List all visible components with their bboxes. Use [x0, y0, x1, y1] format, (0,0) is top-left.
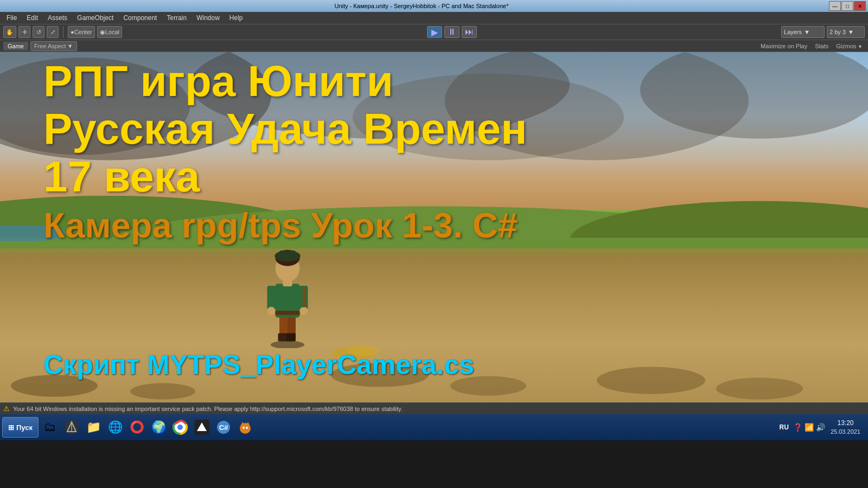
menu-edit[interactable]: Edit — [22, 13, 42, 23]
svg-text:C#: C# — [219, 423, 228, 432]
minimize-button[interactable]: — — [829, 1, 841, 11]
svg-point-27 — [267, 307, 276, 315]
svg-rect-25 — [267, 286, 276, 310]
pause-button[interactable]: ⏸ — [444, 26, 459, 38]
free-aspect-dropdown[interactable]: Free Aspect ▼ — [30, 41, 77, 51]
taskbar-icon-unity-logo[interactable] — [61, 417, 82, 438]
svg-rect-34 — [279, 251, 296, 259]
menu-file[interactable]: File — [2, 13, 21, 23]
taskbar-icon-app1[interactable]: C# — [213, 417, 234, 438]
window-controls[interactable]: — □ ✕ — [829, 1, 866, 11]
svg-point-11 — [130, 383, 195, 400]
volume-icon[interactable]: 🔊 — [816, 423, 825, 432]
help-icon[interactable]: ❓ — [793, 423, 802, 432]
layout-dropdown[interactable]: 2 by 3 ▼ — [827, 26, 865, 38]
taskbar-icon-cat[interactable] — [235, 417, 256, 438]
scale-tool-button[interactable]: ⤢ — [47, 26, 59, 38]
hand-tool-button[interactable]: ✋ — [3, 26, 16, 38]
space-button[interactable]: ◉ Local — [97, 26, 122, 38]
system-clock: 13:20 25.03.2021 — [827, 418, 864, 436]
taskbar: ⊞ Пуск 🗂 📁 🌐 ⭕ 🌍 — [0, 414, 868, 440]
free-aspect-label: Free Aspect — [34, 43, 66, 49]
start-icon: ⊞ — [8, 423, 14, 432]
taskbar-icon-chrome[interactable] — [170, 417, 190, 438]
menu-component[interactable]: Component — [119, 13, 161, 23]
svg-point-48 — [246, 427, 248, 429]
game-viewport: РПГ игра Юнити Русская Удача Времен 17 в… — [0, 52, 868, 402]
taskbar-icon-network[interactable]: 🌍 — [148, 417, 169, 438]
start-button[interactable]: ⊞ Пуск — [2, 417, 39, 438]
window-title: Unity - Камера.unity - SergeyHobbitok - … — [14, 3, 829, 9]
taskbar-icon-opera[interactable]: ⭕ — [126, 417, 147, 438]
layout-label: 2 by 3 — [829, 29, 846, 35]
svg-point-14 — [597, 367, 705, 394]
warning-message: Your 64 bit Windows installation is miss… — [13, 406, 403, 412]
title-bar: Unity - Камера.unity - SergeyHobbitok - … — [0, 0, 868, 12]
svg-point-18 — [271, 341, 305, 348]
svg-point-28 — [300, 307, 308, 315]
menu-bar: File Edit Assets GameObject Component Te… — [0, 12, 868, 24]
warning-bar: ⚠ Your 64 bit Windows installation is mi… — [0, 402, 868, 414]
taskbar-right-area: RU ❓ 📶 🔊 13:20 25.03.2021 — [775, 418, 866, 436]
pivot-icon: ● — [71, 29, 74, 35]
menu-window[interactable]: Window — [192, 13, 224, 23]
move-tool-button[interactable]: ✛ — [18, 26, 30, 38]
menu-help[interactable]: Help — [225, 13, 247, 23]
pivot-label: Center — [74, 29, 92, 35]
taskbar-icon-folder[interactable]: 📁 — [83, 417, 104, 438]
maximize-button[interactable]: □ — [841, 1, 853, 11]
taskbar-icon-browser-yellow[interactable]: 🌐 — [105, 417, 125, 438]
panel-right-buttons: Maximize on Play Stats Gizmos — [758, 42, 865, 50]
game-title-overlay: РПГ игра Юнити Русская Удача Времен 17 в… — [43, 57, 527, 245]
svg-rect-21 — [278, 333, 288, 342]
layers-dropdown[interactable]: Layers ▼ — [781, 26, 825, 38]
clock-time: 13:20 — [831, 419, 860, 428]
space-icon: ◉ — [100, 29, 105, 36]
layout-chevron-icon: ▼ — [848, 29, 854, 35]
pivot-button[interactable]: ● Center — [68, 26, 95, 38]
maximize-on-play-button[interactable]: Maximize on Play — [758, 42, 809, 50]
step-button[interactable]: ⏭ — [462, 26, 477, 38]
network-icon[interactable]: 📶 — [805, 423, 814, 432]
space-label: Local — [105, 29, 119, 35]
title-line-3: 17 века — [43, 153, 527, 201]
layers-label: Layers — [784, 29, 802, 35]
svg-rect-24 — [276, 311, 300, 315]
warning-icon: ⚠ — [3, 404, 10, 413]
aspect-chevron-icon: ▼ — [67, 43, 73, 49]
taskbar-icon-explorer[interactable]: 🗂 — [40, 417, 60, 438]
close-button[interactable]: ✕ — [854, 1, 866, 11]
game-subtitle: Камера rpg/tps Урок 1-3. C# — [43, 206, 527, 245]
gizmos-button[interactable]: Gizmos — [834, 42, 865, 50]
clock-date: 25.03.2021 — [831, 428, 860, 435]
menu-assets[interactable]: Assets — [43, 13, 72, 23]
taskbar-icon-unity2[interactable] — [192, 417, 212, 438]
svg-point-39 — [177, 425, 183, 430]
language-indicator[interactable]: RU — [777, 422, 791, 432]
start-label: Пуск — [16, 423, 33, 432]
title-line-1: РПГ игра Юнити — [43, 57, 527, 105]
toolbar: ✋ ✛ ↺ ⤢ ● Center ◉ Local ▶ ⏸ ⏭ Layers ▼ … — [0, 24, 868, 40]
menu-gameobject[interactable]: GameObject — [73, 13, 118, 23]
game-tab[interactable]: Game — [3, 42, 28, 50]
play-button[interactable]: ▶ — [427, 26, 442, 38]
menu-terrain[interactable]: Terrain — [162, 13, 191, 23]
svg-rect-22 — [286, 333, 296, 342]
character-sprite — [255, 240, 320, 348]
svg-point-47 — [242, 427, 245, 429]
rotate-tool-button[interactable]: ↺ — [33, 26, 44, 38]
game-panel-header: Game Free Aspect ▼ Maximize on Play Stat… — [0, 40, 868, 52]
svg-point-15 — [716, 378, 803, 400]
title-line-2: Русская Удача Времен — [43, 105, 527, 153]
layers-chevron-icon: ▼ — [804, 29, 810, 35]
stats-button[interactable]: Stats — [813, 42, 831, 50]
toolbar-sep1 — [63, 27, 63, 37]
script-text-overlay: Скрипт MYTPS_PlayerCamera.cs — [43, 349, 474, 381]
